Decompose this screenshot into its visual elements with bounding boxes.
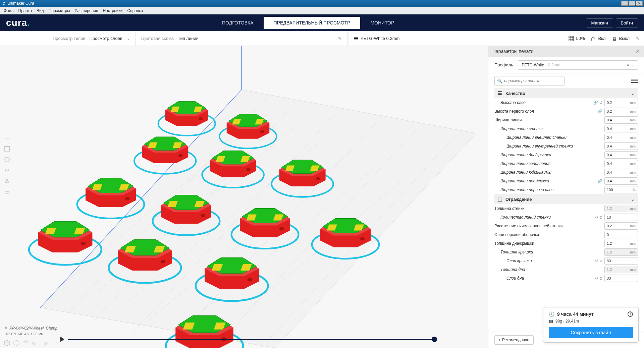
timeline-track[interactable] <box>68 339 434 340</box>
inner-wall-line-width-input[interactable]: 0.4mm <box>604 142 638 150</box>
tool-scale[interactable] <box>2 144 12 154</box>
tool-rotate[interactable] <box>2 155 12 165</box>
reset-icon[interactable]: ↺ <box>599 101 602 105</box>
setting-outer-wall-line-width: Ширина линии внешней стенки0.4mm <box>494 133 638 142</box>
print-profile-display[interactable]: PETG-White 0.2mm <box>353 36 399 41</box>
reset-icon[interactable]: ↺ <box>595 259 598 263</box>
save-to-file-button[interactable]: Сохранить в файл <box>549 327 633 338</box>
menu-preferences[interactable]: Настройки <box>101 8 125 13</box>
menubar: Файл Правка Вид Параметры Расширения Нас… <box>0 7 644 14</box>
setting-line-width: Ширина линии0.4mm <box>494 116 638 124</box>
topbottom-thickness-input[interactable]: 1.2mm <box>604 240 638 247</box>
svg-rect-5 <box>613 38 615 40</box>
left-tool-palette <box>2 133 12 197</box>
search-icon: 🔍 <box>497 78 502 83</box>
tool-mesh[interactable] <box>2 176 12 186</box>
play-icon[interactable] <box>60 337 64 342</box>
view-iso-icon[interactable] <box>4 340 10 346</box>
view-top-icon[interactable] <box>23 340 29 346</box>
menu-view[interactable]: Вид <box>34 8 46 13</box>
minimize-button[interactable]: _ <box>621 1 628 6</box>
reset-icon[interactable]: ↺ <box>595 276 598 281</box>
category-quality[interactable]: ☰Качество⌄ <box>494 88 638 98</box>
top-layers-input[interactable]: 30 <box>604 257 638 265</box>
wall-line-width-input[interactable]: 0.4mm <box>604 125 638 132</box>
tab-prepare[interactable]: ПОДГОТОВКА <box>212 17 263 29</box>
wall-line-count-input[interactable]: 10 <box>604 214 638 221</box>
formula-icon[interactable]: ⊘ <box>599 259 602 263</box>
support-display[interactable]: Вкл <box>591 36 605 41</box>
menu-edit[interactable]: Правка <box>16 8 35 13</box>
signin-button[interactable]: Войти <box>616 18 638 27</box>
edit-view-icon[interactable]: ✎ <box>333 36 347 41</box>
setting-support-line-width: Ширина линии поддержки🔗0.4mm <box>494 177 638 185</box>
edit-print-settings-icon[interactable]: ✎ <box>636 36 639 41</box>
infill-line-width-input[interactable]: 0.4mm <box>604 160 638 167</box>
tab-preview[interactable]: ПРЕДВАРИТЕЛЬНЫЙ ПРОСМОТР <box>264 17 361 29</box>
maximize-button[interactable]: ❐ <box>629 1 635 6</box>
link-icon[interactable]: 🔗 <box>598 109 602 114</box>
settings-list[interactable]: ☰Качество⌄ Высота слоя🔗↺0.2mm Высота пер… <box>488 88 644 332</box>
tool-move[interactable] <box>2 133 12 143</box>
panel-close-icon[interactable]: ✕ <box>636 48 640 55</box>
formula-icon[interactable]: ⊘ <box>599 276 602 281</box>
close-button[interactable]: ✕ <box>636 1 643 6</box>
setting-infill-line-width: Ширина линии заполнения0.4mm <box>494 159 638 168</box>
menu-help[interactable]: Справка <box>125 8 145 13</box>
chevron-left-icon: ‹ <box>499 338 500 342</box>
quality-icon: ☰ <box>498 91 502 96</box>
category-walls[interactable]: ⬚Ограждение⌄ <box>494 194 638 204</box>
setting-top-layers: Слои крышки↺⊘30 <box>494 256 638 265</box>
simulation-timeline[interactable] <box>60 336 434 343</box>
top-thickness-input[interactable]: 1.2mm <box>604 248 638 256</box>
view-type-selector[interactable]: Просмотр типов Просмотр слоёв ⌄ <box>47 31 136 46</box>
marketplace-button[interactable]: Магазин <box>586 18 613 27</box>
link-icon[interactable]: 🔗 <box>593 101 598 105</box>
first-layer-height-input[interactable]: 0.2mm <box>604 108 638 115</box>
reset-icon[interactable]: ↺ <box>595 215 598 220</box>
viewport-3d[interactable]: ✎PP-044-024-Wheel_Clamp 162.0 x 140.4 x … <box>0 46 488 348</box>
wall-thickness-input[interactable]: 1.2mm <box>604 205 638 212</box>
svg-rect-1 <box>354 38 358 39</box>
window-titlebar: C Ultimaker Cura _ ❐ ✕ <box>0 0 644 7</box>
tool-support[interactable] <box>2 187 12 197</box>
recommended-button[interactable]: ‹Рекомендован <box>494 335 534 345</box>
info-icon[interactable]: i <box>628 311 633 317</box>
menu-extensions[interactable]: Расширения <box>72 8 101 13</box>
view-cubes <box>4 340 48 346</box>
infill-display[interactable]: 50% <box>569 36 585 41</box>
outer-wall-wipe-input[interactable]: 0.2mm <box>604 222 638 230</box>
support-icon <box>591 36 596 41</box>
settings-visibility-icon[interactable] <box>631 77 638 84</box>
line-width-input[interactable]: 0.4mm <box>604 116 638 124</box>
bottom-layers-input[interactable]: 30 <box>604 275 638 282</box>
outer-wall-line-width-input[interactable]: 0.4mm <box>604 134 638 141</box>
layer-height-input[interactable]: 0.2mm <box>604 99 638 106</box>
formula-icon[interactable]: ⊘ <box>599 215 602 220</box>
timeline-thumb[interactable] <box>432 337 437 342</box>
pencil-icon: ✎ <box>4 326 7 331</box>
chevron-down-icon: ⌄ <box>126 36 130 41</box>
tool-mirror[interactable] <box>2 165 12 175</box>
link-icon[interactable]: 🔗 <box>598 179 602 183</box>
color-scheme-selector[interactable]: Цветовая схема Тип линии <box>136 31 204 46</box>
topbottom-line-width-input[interactable]: 0.4mm <box>604 151 638 159</box>
bottom-thickness-input[interactable]: 1.2mm <box>604 266 638 273</box>
profile-selector[interactable]: PETG-White - 0.2mm ★ ⌄ <box>518 60 638 70</box>
svg-rect-3 <box>569 36 574 41</box>
top-surface-layers-input[interactable]: 0 <box>604 231 638 238</box>
view-left-icon[interactable] <box>32 340 38 346</box>
setting-wall-thickness: Толщина стенки1.2mm <box>494 204 638 213</box>
setting-outer-wall-wipe: Расстояние очистки внешней стенки0.2mm <box>494 222 638 230</box>
skirt-line-width-input[interactable]: 0.4mm <box>604 169 638 176</box>
first-layer-line-width-input[interactable]: 100% <box>604 186 638 193</box>
support-line-width-input[interactable]: 0.4mm <box>604 177 638 185</box>
adhesion-display[interactable]: Выкл <box>612 36 630 41</box>
settings-search-input[interactable] <box>494 76 565 85</box>
tab-monitor[interactable]: МОНИТОР <box>360 17 404 29</box>
print-settings-panel: Параметры печати ✕ Профиль PETG-White - … <box>488 46 644 348</box>
view-right-icon[interactable] <box>42 340 48 346</box>
menu-file[interactable]: Файл <box>1 8 16 13</box>
menu-settings[interactable]: Параметры <box>46 8 72 13</box>
view-front-icon[interactable] <box>13 340 19 346</box>
